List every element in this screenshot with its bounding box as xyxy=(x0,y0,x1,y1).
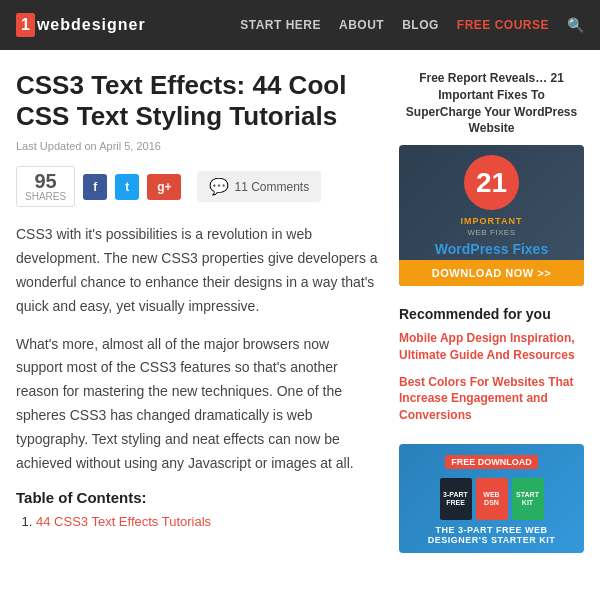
free-download-books: 3-PARTFREE WEBDSN STARTKIT xyxy=(407,478,576,520)
table-of-contents: Table of Contents: 44 CSS3 Text Effects … xyxy=(16,489,379,529)
facebook-share-button[interactable]: f xyxy=(83,174,107,200)
googleplus-share-button[interactable]: g+ xyxy=(147,174,181,200)
promo-download-button[interactable]: DOWNLOAD NOW >> xyxy=(399,260,584,286)
toc-list: 44 CSS3 Text Effects Tutorials xyxy=(16,514,379,529)
article-body: CSS3 with it's possibilities is a revolu… xyxy=(16,223,379,475)
toc-link-1[interactable]: 44 CSS3 Text Effects Tutorials xyxy=(36,514,211,529)
book-3: STARTKIT xyxy=(512,478,544,520)
share-bar: 95 SHARES f t g+ 💬 11 Comments xyxy=(16,166,379,207)
logo-box: 1 xyxy=(16,13,35,37)
nav-about[interactable]: ABOUT xyxy=(339,18,384,32)
share-label: SHARES xyxy=(25,191,66,202)
list-item: 44 CSS3 Text Effects Tutorials xyxy=(36,514,379,529)
recommended-title: Recommended for you xyxy=(399,306,584,322)
search-icon[interactable]: 🔍 xyxy=(567,17,584,33)
promo-subtitle: WEB FIXES xyxy=(407,228,576,237)
sidebar: Free Report Reveals… 21 Important Fixes … xyxy=(399,70,584,573)
toc-heading: Table of Contents: xyxy=(16,489,379,506)
article-paragraph-2: What's more, almost all of the major bro… xyxy=(16,333,379,476)
promo-main-title: WordPress Fixes xyxy=(407,241,576,258)
comments-button[interactable]: 💬 11 Comments xyxy=(197,171,321,202)
free-download-tag: FREE Download xyxy=(445,455,538,469)
googleplus-icon: g+ xyxy=(157,180,171,194)
main-nav: START HERE ABOUT BLOG FREE COURSE 🔍 xyxy=(240,17,584,33)
promo-title-colored: Fixes xyxy=(512,241,548,257)
book-1: 3-PARTFREE xyxy=(440,478,472,520)
free-download-widget: FREE Download 3-PARTFREE WEBDSN STARTKIT… xyxy=(399,444,584,553)
nav-free-course[interactable]: FREE COURSE xyxy=(457,18,549,32)
free-download-banner: FREE Download 3-PARTFREE WEBDSN STARTKIT… xyxy=(399,444,584,553)
promo-teaser: Free Report Reveals… 21 Important Fixes … xyxy=(399,70,584,137)
comment-count-label: 11 Comments xyxy=(234,180,309,194)
promo-important-label: IMPORTANT xyxy=(407,216,576,226)
promo-title-text: WordPress xyxy=(435,241,509,257)
share-number: 95 xyxy=(34,171,56,191)
comment-bubble-icon: 💬 xyxy=(209,177,229,196)
article-title: CSS3 Text Effects: 44 Cool CSS Text Styl… xyxy=(16,70,379,132)
free-download-label: THE 3-PART FREE WEB DESIGNER'S STARTER K… xyxy=(407,525,576,545)
article-paragraph-1: CSS3 with it's possibilities is a revolu… xyxy=(16,223,379,318)
site-header: 1 webdesigner START HERE ABOUT BLOG FREE… xyxy=(0,0,600,50)
logo[interactable]: 1 webdesigner xyxy=(16,13,146,37)
twitter-share-button[interactable]: t xyxy=(115,174,139,200)
share-count: 95 SHARES xyxy=(16,166,75,207)
article-content: CSS3 Text Effects: 44 Cool CSS Text Styl… xyxy=(16,70,399,573)
nav-start-here[interactable]: START HERE xyxy=(240,18,321,32)
rec-link-1[interactable]: Mobile App Design Inspiration, Ultimate … xyxy=(399,330,584,364)
rec-link-2[interactable]: Best Colors For Websites That Increase E… xyxy=(399,374,584,424)
logo-text: webdesigner xyxy=(37,16,146,34)
twitter-icon: t xyxy=(125,180,129,194)
promo-widget: Free Report Reveals… 21 Important Fixes … xyxy=(399,70,584,286)
promo-badge: 21 xyxy=(464,155,519,210)
promo-inner: 21 IMPORTANT WEB FIXES WordPress Fixes xyxy=(399,145,584,258)
main-layout: CSS3 Text Effects: 44 Cool CSS Text Styl… xyxy=(0,50,600,573)
nav-blog[interactable]: BLOG xyxy=(402,18,439,32)
recommended-widget: Recommended for you Mobile App Design In… xyxy=(399,306,584,424)
facebook-icon: f xyxy=(93,180,97,194)
promo-box: 21 IMPORTANT WEB FIXES WordPress Fixes D… xyxy=(399,145,584,286)
article-meta: Last Updated on April 5, 2016 xyxy=(16,140,379,152)
book-2: WEBDSN xyxy=(476,478,508,520)
